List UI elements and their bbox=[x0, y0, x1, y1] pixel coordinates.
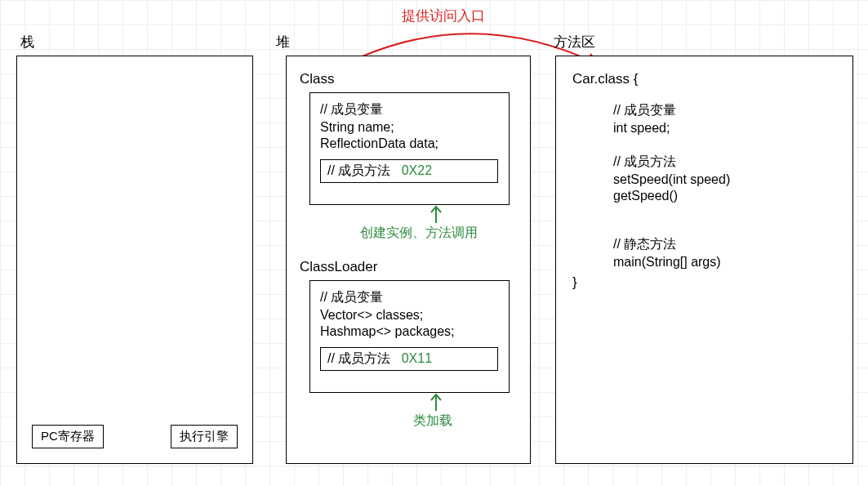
exec-engine: 执行引擎 bbox=[171, 425, 238, 448]
car-static1: main(String[] args) bbox=[613, 255, 836, 270]
method-area-label: 方法区 bbox=[554, 33, 595, 51]
pc-register: PC寄存器 bbox=[32, 425, 104, 448]
class-method-box: // 成员方法 0X22 bbox=[320, 159, 498, 183]
loader-method-box: // 成员方法 0X11 bbox=[320, 347, 498, 371]
car-static-comment: // 静态方法 bbox=[613, 236, 836, 253]
car-field1: int speed; bbox=[613, 121, 836, 136]
heap-box: Class // 成员变量 String name; ReflectionDat… bbox=[286, 56, 531, 464]
classloader-inner-box: // 成员变量 Vector<> classes; Hashmap<> pack… bbox=[309, 280, 510, 393]
class-field-comment: // 成员变量 bbox=[320, 101, 499, 118]
method-area-box: Car.class { // 成员变量 int speed; // 成员方法 s… bbox=[555, 56, 853, 464]
loader-note: 类加载 bbox=[413, 412, 452, 430]
car-method2: getSpeed() bbox=[613, 189, 836, 203]
loader-field1: Vector<> classes; bbox=[320, 308, 499, 323]
loader-field2: Hashmap<> packages; bbox=[320, 324, 499, 339]
car-decl: Car.class { bbox=[572, 71, 836, 87]
heap-label: 堆 bbox=[276, 33, 290, 51]
class-field1: String name; bbox=[320, 120, 499, 135]
car-method1: setSpeed(int speed) bbox=[613, 172, 836, 187]
stack-label: 栈 bbox=[20, 33, 34, 51]
car-close: } bbox=[572, 274, 836, 291]
classloader-title: ClassLoader bbox=[300, 259, 377, 275]
loader-method-addr: 0X11 bbox=[402, 351, 432, 365]
class-method-comment: // 成员方法 bbox=[327, 163, 390, 177]
loader-field-comment: // 成员变量 bbox=[320, 289, 499, 306]
loader-arrow-icon bbox=[428, 393, 444, 413]
class-note: 创建实例、方法调用 bbox=[360, 225, 478, 242]
class-field2: ReflectionData data; bbox=[320, 136, 499, 151]
class-method-addr: 0X22 bbox=[402, 163, 432, 177]
stack-box: PC寄存器 执行引擎 bbox=[16, 56, 253, 464]
loader-method-comment: // 成员方法 bbox=[327, 351, 390, 365]
class-arrow-icon bbox=[428, 205, 444, 225]
class-inner-box: // 成员变量 String name; ReflectionData data… bbox=[309, 92, 510, 205]
arrow-label: 提供访问入口 bbox=[402, 7, 485, 25]
class-title: Class bbox=[300, 71, 335, 87]
car-method-comment: // 成员方法 bbox=[613, 154, 836, 171]
car-field-comment: // 成员变量 bbox=[613, 102, 836, 119]
